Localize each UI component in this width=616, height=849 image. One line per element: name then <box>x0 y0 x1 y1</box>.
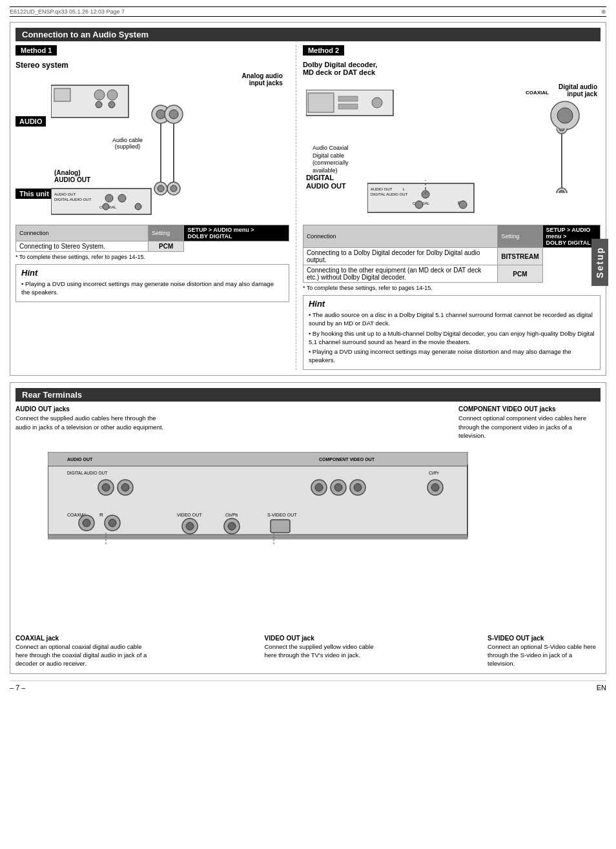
m1-connection-cell: Connecting to Stereo System. <box>16 241 149 252</box>
m2-setting-cell-0: BITSTREAM <box>498 248 542 265</box>
svg-point-6 <box>96 101 102 108</box>
audio-cable-label: Audio cable(supplied) <box>112 137 143 150</box>
svg-rect-28 <box>308 93 334 112</box>
digital-cable-svg <box>555 128 568 193</box>
m1-setting-cell: PCM <box>148 241 184 252</box>
svg-point-68 <box>228 522 236 530</box>
page-number: – 7 – <box>10 684 25 691</box>
hint-left-item-0: Playing a DVD using incorrect settings m… <box>21 280 283 297</box>
coaxial-callout: COAXIAL jack Connect an optional coaxial… <box>15 635 151 668</box>
audio-out-callout-text: Connect the supplied audio cables here t… <box>15 414 163 431</box>
m1-table-row: Connecting to Stereo System. PCM <box>16 241 289 252</box>
component-video-callout-title: COMPONENT VIDEO OUT jacks <box>458 405 601 413</box>
audio-section-title: Connection to an Audio System <box>15 28 601 41</box>
svg-rect-50 <box>48 452 467 466</box>
svg-text:VIDEO OUT: VIDEO OUT <box>177 513 202 517</box>
svg-point-56 <box>102 484 110 491</box>
s-video-callout-title: S-VIDEO OUT jack <box>488 635 601 642</box>
m1-note: * To complete these settings, refer to p… <box>15 254 289 260</box>
m2-connection-cell-1: Connecting to the other equipment (an MD… <box>303 265 497 283</box>
hint-right-title: Hint <box>309 299 595 309</box>
stereo-device-svg: L R <box>51 82 135 121</box>
svg-point-33 <box>557 108 573 123</box>
svg-text:AUDIO OUT: AUDIO OUT <box>54 192 76 196</box>
method2-table: Connection Setting SETUP > AUDIO menu > … <box>303 225 601 283</box>
this-unit-digital-svg: AUDIO OUT L DIGITAL AUDIO OUT COAXIAL R <box>367 180 477 216</box>
svg-text:COMPONENT VIDEO OUT: COMPONENT VIDEO OUT <box>319 457 375 462</box>
svg-point-38 <box>559 190 564 193</box>
svg-text:S-VIDEO OUT: S-VIDEO OUT <box>267 513 297 517</box>
svg-point-77 <box>354 484 362 491</box>
svg-text:Cb/Pb: Cb/Pb <box>225 513 238 517</box>
digital-connector-svg <box>549 99 581 132</box>
m1-col3-header: SETUP > AUDIO menu > DOLBY DIGITAL <box>184 225 289 241</box>
hint-left-text: Playing a DVD using incorrect settings m… <box>21 280 283 297</box>
rear-diagram: AUDIO OUT DIGITAL AUDIO OUT COAXIAL R V <box>15 445 601 626</box>
analog-audio-out-label: (Analog)AUDIO OUT <box>54 169 90 183</box>
rear-section-title: Rear Terminals <box>15 388 601 402</box>
hint-right-item-1: By hooking this unit up to a Multi-chann… <box>309 329 595 347</box>
svg-point-25 <box>103 203 109 210</box>
svg-rect-70 <box>271 520 290 533</box>
s-video-callout: S-VIDEO OUT jack Connect an optional S-V… <box>488 635 601 668</box>
method1-table: Connection Setting SETUP > AUDIO menu > … <box>15 225 289 252</box>
svg-rect-30 <box>338 104 358 109</box>
method2-badge: Method 2 <box>303 45 344 56</box>
svg-point-65 <box>186 522 194 530</box>
svg-text:DIGITAL AUDIO OUT: DIGITAL AUDIO OUT <box>371 192 408 196</box>
hint-right-item-2: Playing a DVD using incorrect settings m… <box>309 347 595 365</box>
method1-title: Stereo system <box>15 61 289 70</box>
coaxial-callout-title: COAXIAL jack <box>15 635 151 642</box>
coaxial-top-label: COAXIAL <box>526 90 549 96</box>
svg-text:DIGITAL AUDIO OUT: DIGITAL AUDIO OUT <box>54 198 92 201</box>
m1-col1-header: Connection <box>16 225 149 241</box>
svg-point-2 <box>94 90 105 100</box>
video-out-callout: VIDEO OUT jack Connect the supplied yell… <box>265 635 375 668</box>
callouts-bottom: COAXIAL jack Connect an optional coaxial… <box>15 631 601 668</box>
svg-point-47 <box>459 201 467 209</box>
m2-connection-cell-0: Connecting to a Dolby Digital decoder fo… <box>303 248 497 265</box>
svg-point-22 <box>118 194 126 202</box>
method1-area: Method 1 Stereo system Analog audioinput… <box>15 45 296 370</box>
language-label: EN <box>597 684 606 691</box>
svg-point-36 <box>559 128 564 131</box>
file-info: E6122UD_ENSP.qx33 05.1.26 12:03 Page 7 <box>10 8 125 15</box>
digital-audio-out-label: DIGITALAUDIO OUT <box>306 174 346 190</box>
component-video-callout-text: Connect optional component video cables … <box>458 414 586 440</box>
svg-text:Ci/Pr: Ci/Pr <box>429 471 439 475</box>
svg-point-31 <box>372 97 382 108</box>
page-indicator: ⊕ <box>601 8 606 15</box>
digital-input-label: Digital audioinput jack <box>559 83 597 97</box>
m1-setting-header: Setting <box>148 225 184 241</box>
svg-point-73 <box>315 484 323 491</box>
footer: – 7 – EN <box>10 680 606 691</box>
header-bar: E6122UD_ENSP.qx33 05.1.26 12:03 Page 7 ⊕ <box>10 6 606 17</box>
callouts-top: AUDIO OUT jacks Connect the supplied aud… <box>15 405 601 440</box>
coaxial-callout-text: Connect an optional coaxial digital audi… <box>15 643 151 668</box>
svg-point-11 <box>169 110 178 119</box>
arrow-lines-svg <box>48 533 500 546</box>
svg-point-17 <box>170 185 177 192</box>
svg-text:AUDIO OUT: AUDIO OUT <box>67 457 93 462</box>
hint-right: Hint The audio source on a disc in a Dol… <box>303 295 601 370</box>
setup-tab: Setup <box>591 239 608 286</box>
svg-text:R: R <box>99 512 103 518</box>
hint-left-title: Hint <box>21 268 283 278</box>
m2-note: * To complete these settings, refer to p… <box>303 285 601 291</box>
svg-point-46 <box>415 201 423 209</box>
m2-table-row-1: Connecting to the other equipment (an MD… <box>303 265 600 283</box>
svg-point-15 <box>158 185 164 192</box>
video-out-callout-text: Connect the supplied yellow video cable … <box>265 643 375 660</box>
svg-point-7 <box>108 101 115 108</box>
method2-diagram: Digital audioinput jack <box>303 80 601 222</box>
hint-right-item-0: The audio source on a disc in a Dolby Di… <box>309 311 595 328</box>
hint-left: Hint Playing a DVD using incorrect setti… <box>15 264 289 302</box>
svg-rect-29 <box>338 96 358 101</box>
svg-point-9 <box>156 110 165 119</box>
method1-badge: Method 1 <box>15 45 57 56</box>
video-out-callout-title: VIDEO OUT jack <box>265 635 375 642</box>
audio-badge: AUDIO <box>15 116 46 127</box>
component-video-callout: COMPONENT VIDEO OUT jacks Connect option… <box>458 405 601 440</box>
svg-point-80 <box>431 484 439 491</box>
methods-row: Method 1 Stereo system Analog audioinput… <box>15 45 601 370</box>
